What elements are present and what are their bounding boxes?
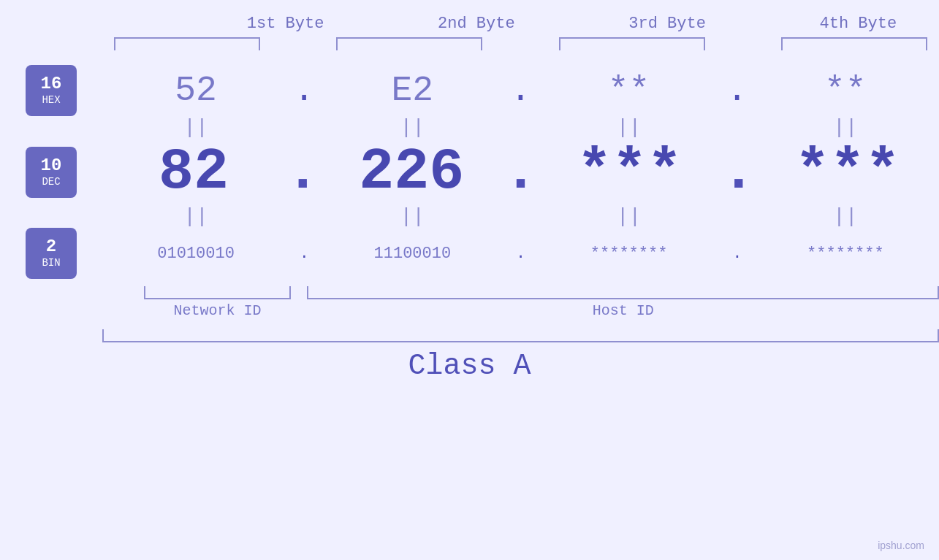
bin-badge-num: 2 (46, 238, 56, 256)
eq2-3: || (536, 205, 723, 228)
dec-byte3: *** (539, 139, 721, 205)
bin-byte3: ******** (536, 245, 723, 263)
eq1-1: || (102, 116, 289, 139)
eq2-4: || (752, 205, 939, 228)
network-id-bracket (144, 286, 290, 299)
hex-byte4: ** (752, 71, 939, 110)
host-id-bracket (307, 286, 939, 299)
hex-badge-label: HEX (42, 94, 60, 106)
dot-dec-2: . (503, 139, 538, 205)
bracket-byte1 (114, 37, 260, 50)
eq2-2: || (319, 205, 506, 228)
bracket-byte3 (559, 37, 705, 50)
hex-row: 16 HEX 52 . E2 . ** . ** (0, 65, 939, 116)
dec-badge-num: 10 (41, 157, 62, 174)
bin-byte2: 11100010 (319, 245, 506, 263)
dot-bin-2: . (506, 245, 536, 263)
dot-dec-3: . (721, 139, 756, 205)
bracket-byte2 (336, 37, 482, 50)
bin-badge: 2 BIN (26, 228, 77, 279)
network-id-label: Network ID (144, 302, 290, 319)
top-brackets (0, 37, 939, 50)
bin-row: 2 BIN 01010010 . 11100010 . ******** . *… (0, 228, 939, 279)
dot-bin-3: . (723, 245, 752, 263)
bin-byte1: 01010010 (102, 245, 289, 263)
hex-byte3: ** (536, 71, 723, 110)
dot-hex-2: . (506, 71, 536, 110)
dec-row: 10 DEC 82 . 226 . *** . *** (0, 139, 939, 205)
dot-dec-1: . (285, 139, 320, 205)
main-container: 1st Byte . 2nd Byte . 3rd Byte . 4th Byt… (0, 0, 939, 560)
hex-byte2: E2 (319, 71, 506, 110)
eq2-1: || (102, 205, 289, 228)
bin-byte4: ******** (752, 245, 939, 263)
watermark: ipshu.com (878, 540, 924, 551)
dec-badge: 10 DEC (26, 147, 77, 198)
byte-2-label: 2nd Byte (395, 15, 557, 33)
dot-hex-1: . (289, 71, 319, 110)
bin-badge-label: BIN (42, 257, 60, 269)
dec-byte2: 226 (320, 139, 503, 205)
dec-byte1: 82 (102, 139, 285, 205)
id-labels: Network ID Host ID (0, 302, 939, 319)
bottom-brackets (0, 286, 939, 299)
dec-badge-label: DEC (42, 176, 60, 188)
hex-badge: 16 HEX (26, 65, 77, 116)
bracket-byte4 (781, 37, 927, 50)
class-bracket (102, 329, 939, 342)
eq1-2: || (319, 116, 506, 139)
byte-4-label: 4th Byte (778, 15, 939, 33)
byte-headers: 1st Byte . 2nd Byte . 3rd Byte . 4th Byt… (0, 0, 939, 33)
equals-row-2: || || || || (0, 205, 939, 228)
hex-badge-num: 16 (41, 75, 62, 93)
host-id-label: Host ID (307, 302, 939, 319)
dot-bin-1: . (289, 245, 319, 263)
class-label: Class A (0, 350, 939, 383)
eq1-4: || (752, 116, 939, 139)
byte-3-label: 3rd Byte (587, 15, 748, 33)
eq1-3: || (536, 116, 723, 139)
equals-row-1: || || || || (0, 116, 939, 139)
dec-byte4: *** (756, 139, 939, 205)
byte-1-label: 1st Byte (205, 15, 366, 33)
hex-byte1: 52 (102, 71, 289, 110)
dot-hex-3: . (723, 71, 752, 110)
